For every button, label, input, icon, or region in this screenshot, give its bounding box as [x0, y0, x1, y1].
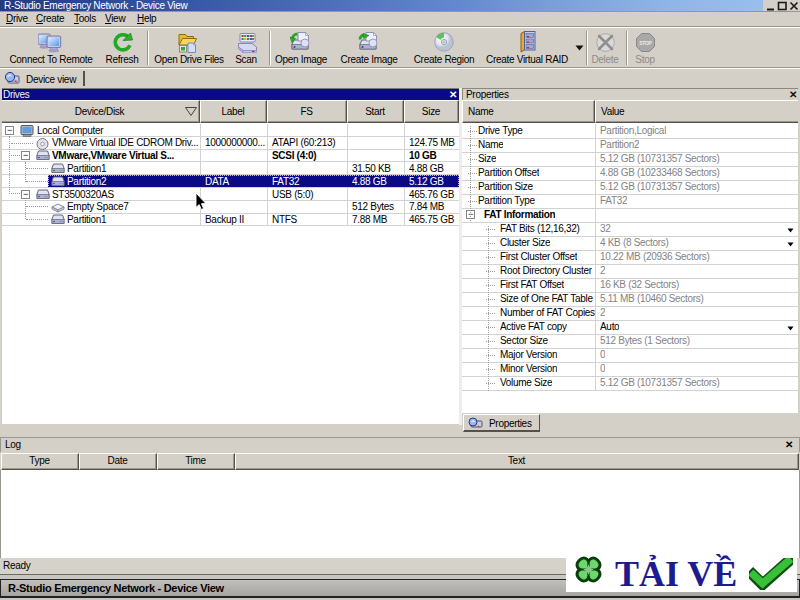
svg-text:STOP: STOP — [639, 40, 652, 46]
